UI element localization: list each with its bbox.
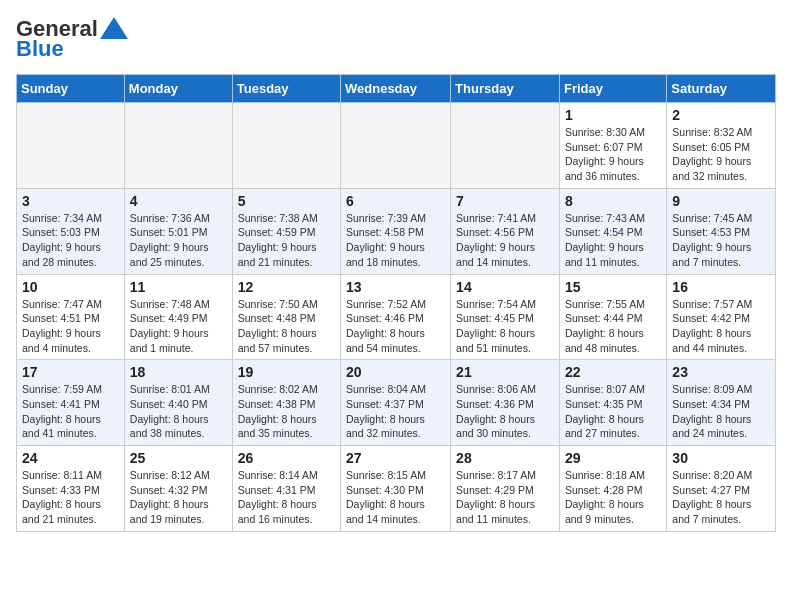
day-info: Sunrise: 7:39 AMSunset: 4:58 PMDaylight:…: [346, 211, 445, 270]
weekday-header-monday: Monday: [124, 75, 232, 103]
day-number: 12: [238, 279, 335, 295]
day-number: 4: [130, 193, 227, 209]
day-number: 16: [672, 279, 770, 295]
day-number: 6: [346, 193, 445, 209]
day-info: Sunrise: 7:34 AMSunset: 5:03 PMDaylight:…: [22, 211, 119, 270]
day-number: 17: [22, 364, 119, 380]
day-info: Sunrise: 8:01 AMSunset: 4:40 PMDaylight:…: [130, 382, 227, 441]
day-number: 30: [672, 450, 770, 466]
day-number: 19: [238, 364, 335, 380]
calendar-day-23: 23Sunrise: 8:09 AMSunset: 4:34 PMDayligh…: [667, 360, 776, 446]
calendar-day-25: 25Sunrise: 8:12 AMSunset: 4:32 PMDayligh…: [124, 446, 232, 532]
day-number: 26: [238, 450, 335, 466]
day-info: Sunrise: 8:02 AMSunset: 4:38 PMDaylight:…: [238, 382, 335, 441]
day-info: Sunrise: 8:06 AMSunset: 4:36 PMDaylight:…: [456, 382, 554, 441]
svg-marker-0: [100, 17, 128, 39]
day-info: Sunrise: 7:38 AMSunset: 4:59 PMDaylight:…: [238, 211, 335, 270]
weekday-header-friday: Friday: [559, 75, 666, 103]
day-info: Sunrise: 8:18 AMSunset: 4:28 PMDaylight:…: [565, 468, 661, 527]
day-number: 9: [672, 193, 770, 209]
day-number: 20: [346, 364, 445, 380]
day-info: Sunrise: 7:59 AMSunset: 4:41 PMDaylight:…: [22, 382, 119, 441]
calendar-day-13: 13Sunrise: 7:52 AMSunset: 4:46 PMDayligh…: [341, 274, 451, 360]
day-number: 24: [22, 450, 119, 466]
calendar-empty-cell: [341, 103, 451, 189]
day-number: 13: [346, 279, 445, 295]
calendar-day-17: 17Sunrise: 7:59 AMSunset: 4:41 PMDayligh…: [17, 360, 125, 446]
day-info: Sunrise: 8:04 AMSunset: 4:37 PMDaylight:…: [346, 382, 445, 441]
calendar-day-10: 10Sunrise: 7:47 AMSunset: 4:51 PMDayligh…: [17, 274, 125, 360]
calendar-day-27: 27Sunrise: 8:15 AMSunset: 4:30 PMDayligh…: [341, 446, 451, 532]
day-info: Sunrise: 7:50 AMSunset: 4:48 PMDaylight:…: [238, 297, 335, 356]
calendar-day-6: 6Sunrise: 7:39 AMSunset: 4:58 PMDaylight…: [341, 188, 451, 274]
day-number: 14: [456, 279, 554, 295]
calendar-day-28: 28Sunrise: 8:17 AMSunset: 4:29 PMDayligh…: [451, 446, 560, 532]
day-info: Sunrise: 8:15 AMSunset: 4:30 PMDaylight:…: [346, 468, 445, 527]
day-number: 15: [565, 279, 661, 295]
calendar-day-1: 1Sunrise: 8:30 AMSunset: 6:07 PMDaylight…: [559, 103, 666, 189]
logo-blue-text: Blue: [16, 36, 64, 62]
day-number: 1: [565, 107, 661, 123]
day-info: Sunrise: 7:45 AMSunset: 4:53 PMDaylight:…: [672, 211, 770, 270]
calendar-day-24: 24Sunrise: 8:11 AMSunset: 4:33 PMDayligh…: [17, 446, 125, 532]
weekday-header-saturday: Saturday: [667, 75, 776, 103]
day-info: Sunrise: 7:54 AMSunset: 4:45 PMDaylight:…: [456, 297, 554, 356]
logo-icon: [100, 17, 128, 39]
day-number: 28: [456, 450, 554, 466]
day-info: Sunrise: 8:12 AMSunset: 4:32 PMDaylight:…: [130, 468, 227, 527]
day-info: Sunrise: 7:47 AMSunset: 4:51 PMDaylight:…: [22, 297, 119, 356]
weekday-header-sunday: Sunday: [17, 75, 125, 103]
calendar-day-4: 4Sunrise: 7:36 AMSunset: 5:01 PMDaylight…: [124, 188, 232, 274]
calendar-week-row: 10Sunrise: 7:47 AMSunset: 4:51 PMDayligh…: [17, 274, 776, 360]
day-number: 27: [346, 450, 445, 466]
calendar-table: SundayMondayTuesdayWednesdayThursdayFrid…: [16, 74, 776, 532]
day-info: Sunrise: 7:52 AMSunset: 4:46 PMDaylight:…: [346, 297, 445, 356]
day-info: Sunrise: 8:17 AMSunset: 4:29 PMDaylight:…: [456, 468, 554, 527]
calendar-week-row: 24Sunrise: 8:11 AMSunset: 4:33 PMDayligh…: [17, 446, 776, 532]
day-number: 11: [130, 279, 227, 295]
calendar-week-row: 17Sunrise: 7:59 AMSunset: 4:41 PMDayligh…: [17, 360, 776, 446]
calendar-empty-cell: [232, 103, 340, 189]
day-info: Sunrise: 8:30 AMSunset: 6:07 PMDaylight:…: [565, 125, 661, 184]
calendar-day-14: 14Sunrise: 7:54 AMSunset: 4:45 PMDayligh…: [451, 274, 560, 360]
day-info: Sunrise: 7:41 AMSunset: 4:56 PMDaylight:…: [456, 211, 554, 270]
day-info: Sunrise: 8:07 AMSunset: 4:35 PMDaylight:…: [565, 382, 661, 441]
calendar-empty-cell: [451, 103, 560, 189]
day-number: 3: [22, 193, 119, 209]
calendar-day-11: 11Sunrise: 7:48 AMSunset: 4:49 PMDayligh…: [124, 274, 232, 360]
calendar-day-9: 9Sunrise: 7:45 AMSunset: 4:53 PMDaylight…: [667, 188, 776, 274]
day-info: Sunrise: 7:43 AMSunset: 4:54 PMDaylight:…: [565, 211, 661, 270]
day-info: Sunrise: 8:14 AMSunset: 4:31 PMDaylight:…: [238, 468, 335, 527]
day-info: Sunrise: 7:55 AMSunset: 4:44 PMDaylight:…: [565, 297, 661, 356]
day-number: 8: [565, 193, 661, 209]
weekday-header-tuesday: Tuesday: [232, 75, 340, 103]
day-number: 21: [456, 364, 554, 380]
calendar-header-row: SundayMondayTuesdayWednesdayThursdayFrid…: [17, 75, 776, 103]
calendar-empty-cell: [124, 103, 232, 189]
calendar-week-row: 1Sunrise: 8:30 AMSunset: 6:07 PMDaylight…: [17, 103, 776, 189]
page-header: General Blue: [16, 16, 776, 62]
calendar-day-15: 15Sunrise: 7:55 AMSunset: 4:44 PMDayligh…: [559, 274, 666, 360]
day-number: 2: [672, 107, 770, 123]
day-info: Sunrise: 8:09 AMSunset: 4:34 PMDaylight:…: [672, 382, 770, 441]
calendar-empty-cell: [17, 103, 125, 189]
day-info: Sunrise: 8:20 AMSunset: 4:27 PMDaylight:…: [672, 468, 770, 527]
day-number: 25: [130, 450, 227, 466]
calendar-day-3: 3Sunrise: 7:34 AMSunset: 5:03 PMDaylight…: [17, 188, 125, 274]
calendar-day-26: 26Sunrise: 8:14 AMSunset: 4:31 PMDayligh…: [232, 446, 340, 532]
day-number: 18: [130, 364, 227, 380]
day-info: Sunrise: 8:11 AMSunset: 4:33 PMDaylight:…: [22, 468, 119, 527]
calendar-day-19: 19Sunrise: 8:02 AMSunset: 4:38 PMDayligh…: [232, 360, 340, 446]
calendar-day-16: 16Sunrise: 7:57 AMSunset: 4:42 PMDayligh…: [667, 274, 776, 360]
day-number: 29: [565, 450, 661, 466]
weekday-header-wednesday: Wednesday: [341, 75, 451, 103]
day-info: Sunrise: 7:57 AMSunset: 4:42 PMDaylight:…: [672, 297, 770, 356]
calendar-day-22: 22Sunrise: 8:07 AMSunset: 4:35 PMDayligh…: [559, 360, 666, 446]
calendar-day-18: 18Sunrise: 8:01 AMSunset: 4:40 PMDayligh…: [124, 360, 232, 446]
calendar-day-20: 20Sunrise: 8:04 AMSunset: 4:37 PMDayligh…: [341, 360, 451, 446]
calendar-day-30: 30Sunrise: 8:20 AMSunset: 4:27 PMDayligh…: [667, 446, 776, 532]
day-info: Sunrise: 8:32 AMSunset: 6:05 PMDaylight:…: [672, 125, 770, 184]
day-number: 22: [565, 364, 661, 380]
day-number: 7: [456, 193, 554, 209]
calendar-day-2: 2Sunrise: 8:32 AMSunset: 6:05 PMDaylight…: [667, 103, 776, 189]
